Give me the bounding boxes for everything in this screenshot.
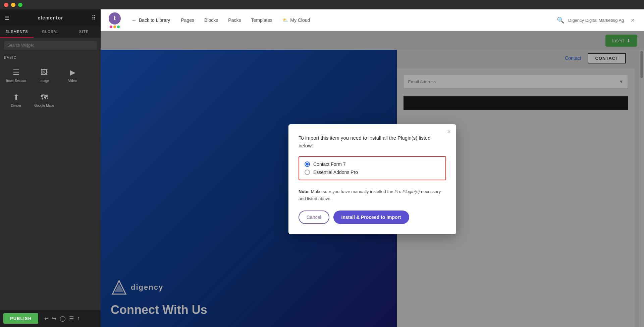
library-logo: t <box>109 12 122 28</box>
library-account-label: Digency Digital Marketing Ag <box>568 18 624 23</box>
back-to-library-button[interactable]: ← Back to Library <box>127 15 174 25</box>
apps-icon[interactable]: ⠿ <box>92 14 96 21</box>
divider-icon: ⬆ <box>13 93 19 102</box>
sidebar-item-divider[interactable]: ⬆ Divider <box>3 88 30 112</box>
sidebar-tabs: ELEMENTS GLOBAL SITE <box>0 26 101 38</box>
logo-dot-pink <box>110 26 112 28</box>
google-maps-icon: 🗺 <box>41 93 48 102</box>
tab-site[interactable]: SITE <box>67 26 101 38</box>
radio-unchecked-essential-addons[interactable] <box>305 170 310 175</box>
history-icon[interactable]: ◯ <box>60 315 66 322</box>
close-window-button[interactable] <box>4 3 8 7</box>
plugin-contact-form-label: Contact Form 7 <box>313 161 345 167</box>
elementor-sidebar: ☰ elementor ⠿ ELEMENTS GLOBAL SITE BASIC… <box>0 9 101 327</box>
nav-packs[interactable]: Packs <box>228 15 241 25</box>
plugin-option-essential-addons: Essential Addons Pro <box>305 170 440 175</box>
sidebar-item-inner-section[interactable]: ☰ Inner Section <box>3 63 30 87</box>
sidebar-item-google-maps[interactable]: 🗺 Google Maps <box>31 88 58 112</box>
modal-title: To import this item you need to install … <box>299 134 446 149</box>
sidebar-item-image[interactable]: 🖼 Image <box>31 63 58 87</box>
logo-dot-orange <box>113 26 116 28</box>
image-icon: 🖼 <box>41 68 48 77</box>
plugins-list-box: Contact Form 7 Essential Addons Pro <box>299 156 446 180</box>
library-logo-icon: t <box>109 12 121 25</box>
library-nav: Pages Blocks Packs Templates ⛅ My Cloud <box>181 15 557 25</box>
library-panel: t ← Back to Library Pages Blocks <box>101 9 644 327</box>
modal-note: Note: Make sure you have manually instal… <box>299 188 446 202</box>
sidebar-footer: PUBLISH ↩ ↪ ◯ ☰ ↑ <box>0 310 101 327</box>
mac-titlebar <box>0 0 644 9</box>
minimize-window-button[interactable] <box>11 3 15 7</box>
inner-section-label: Inner Section <box>6 79 26 83</box>
modal-overlay: × To import this item you need to instal… <box>101 31 644 327</box>
sidebar-elements: ☰ Inner Section 🖼 Image ▶ Video ⬆ Divide… <box>0 61 101 114</box>
nav-my-cloud[interactable]: ⛅ My Cloud <box>282 17 310 23</box>
note-italic-text: Pro Plugin(s) <box>394 189 420 194</box>
my-cloud-label: My Cloud <box>290 17 310 23</box>
nav-templates[interactable]: Templates <box>251 15 272 25</box>
logo-dots <box>110 26 120 28</box>
plugin-essential-addons-label: Essential Addons Pro <box>313 170 358 175</box>
library-search-icon[interactable]: 🔍 <box>557 16 564 24</box>
video-label: Video <box>68 79 76 83</box>
footer-icons: ↩ ↪ ◯ ☰ ↑ <box>44 315 80 322</box>
responsive-icon[interactable]: ☰ <box>69 315 74 322</box>
undo-icon[interactable]: ↩ <box>44 315 49 322</box>
search-input[interactable] <box>4 41 97 50</box>
library-header: t ← Back to Library Pages Blocks <box>101 9 644 31</box>
modal-actions: Cancel Install & Proceed to Import <box>299 211 446 224</box>
sidebar-brand-row: ☰ elementor ⠿ <box>0 9 101 26</box>
plugin-option-contact-form: Contact Form 7 <box>305 161 440 167</box>
library-content: Insert ⬇ <box>101 31 644 327</box>
note-text: Make sure you have manually installed th… <box>311 189 394 194</box>
nav-blocks[interactable]: Blocks <box>204 15 218 25</box>
radio-checked-contact-form[interactable] <box>305 161 310 167</box>
basic-section-label: BASIC <box>0 53 101 61</box>
note-bold-label: Note: <box>299 189 310 194</box>
cancel-button[interactable]: Cancel <box>299 211 329 224</box>
nav-pages[interactable]: Pages <box>181 15 194 25</box>
main-area: t ← Back to Library Pages Blocks <box>101 9 644 327</box>
tab-elements[interactable]: ELEMENTS <box>0 26 34 38</box>
plugin-install-modal: × To import this item you need to instal… <box>288 124 456 234</box>
sidebar-search-area <box>0 38 101 53</box>
library-close-button[interactable]: × <box>629 15 636 26</box>
hamburger-icon[interactable]: ☰ <box>5 15 9 21</box>
tab-global[interactable]: GLOBAL <box>34 26 67 38</box>
modal-close-button[interactable]: × <box>447 128 451 135</box>
image-label: Image <box>40 79 49 83</box>
inner-section-icon: ☰ <box>13 68 19 77</box>
cloud-icon: ⛅ <box>282 17 288 23</box>
install-proceed-button[interactable]: Install & Proceed to Import <box>333 211 409 224</box>
google-maps-label: Google Maps <box>34 104 54 107</box>
elementor-brand-label: elementor <box>38 15 63 20</box>
back-arrow-icon: ← <box>131 17 137 23</box>
publish-button[interactable]: PUBLISH <box>3 313 38 324</box>
divider-label: Divider <box>11 104 21 107</box>
sidebar-item-video[interactable]: ▶ Video <box>59 63 86 87</box>
redo-icon[interactable]: ↪ <box>52 315 56 322</box>
logo-dot-green <box>117 26 120 28</box>
back-to-library-label: Back to Library <box>139 17 170 23</box>
video-icon: ▶ <box>70 68 75 77</box>
maximize-window-button[interactable] <box>18 3 22 7</box>
preview-icon[interactable]: ↑ <box>77 315 80 322</box>
editor-container: ☰ elementor ⠿ ELEMENTS GLOBAL SITE BASIC… <box>0 9 644 327</box>
